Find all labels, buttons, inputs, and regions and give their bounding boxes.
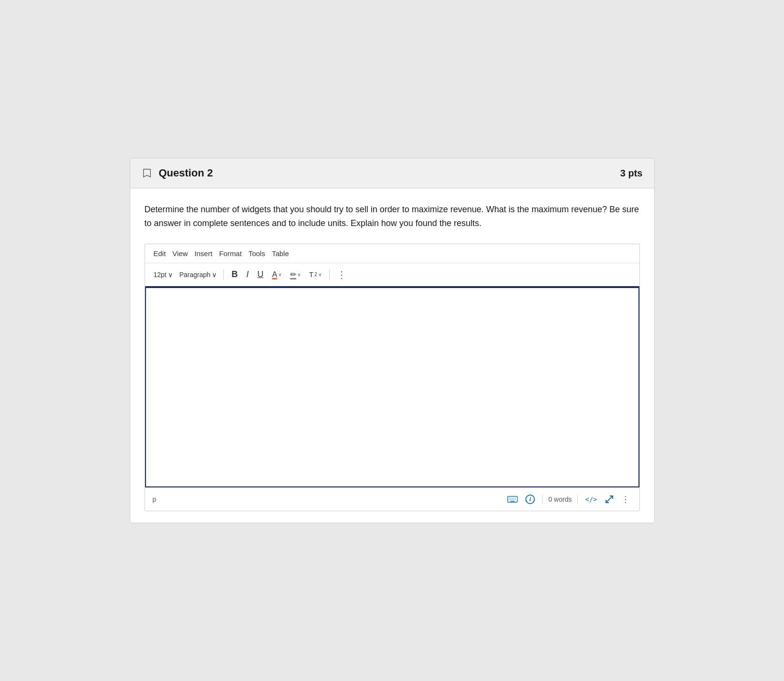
code-icon[interactable]: </> <box>584 494 598 505</box>
svg-line-12 <box>606 496 613 503</box>
more-options-icon[interactable]: ⋮ <box>620 493 632 506</box>
paragraph-chevron: ∨ <box>212 271 217 279</box>
toolbar-divider-1 <box>223 269 224 280</box>
bookmark-icon <box>142 168 152 178</box>
font-color-label: A <box>272 270 277 279</box>
font-size-select[interactable]: 12pt ∨ <box>152 269 175 280</box>
paragraph-style-select[interactable]: Paragraph ∨ <box>178 269 219 280</box>
italic-button[interactable]: I <box>243 268 251 281</box>
menu-table[interactable]: Table <box>270 248 291 259</box>
info-circle: i <box>525 495 535 504</box>
menu-tools[interactable]: Tools <box>247 248 267 259</box>
word-count: 0 words <box>548 495 572 503</box>
font-color-chevron: ∨ <box>278 272 282 277</box>
expand-icon[interactable] <box>604 494 615 505</box>
keyboard-icon[interactable] <box>506 494 519 505</box>
highlight-label: ✏ <box>290 270 296 279</box>
superscript-button[interactable]: T2 ∨ <box>306 268 324 280</box>
bold-button[interactable]: B <box>229 268 240 281</box>
editor-toolbar: 12pt ∨ Paragraph ∨ B I U A ∨ <box>145 263 639 287</box>
highlight-button[interactable]: ✏ ∨ <box>287 268 303 281</box>
menu-edit[interactable]: Edit <box>152 248 168 259</box>
editor-statusbar: p <box>145 487 639 511</box>
superscript-chevron: ∨ <box>318 272 322 277</box>
toolbar-more-button[interactable]: ⋮ <box>335 267 349 282</box>
underline-button[interactable]: U <box>254 268 266 281</box>
info-icon[interactable]: i <box>524 493 536 506</box>
status-divider-2 <box>577 495 578 504</box>
question-title: Question 2 <box>159 167 213 179</box>
element-label: p <box>153 495 157 503</box>
superscript-num: 2 <box>314 272 317 277</box>
editor-menubar: Edit View Insert Format Tools Table <box>145 244 639 263</box>
statusbar-right: i 0 words </> <box>506 493 631 506</box>
question-body: Determine the number of widgets that you… <box>130 188 654 523</box>
question-points: 3 pts <box>620 168 643 179</box>
toolbar-divider-2 <box>329 269 330 280</box>
menu-format[interactable]: Format <box>217 248 244 259</box>
question-card: Question 2 3 pts Determine the number of… <box>130 158 655 523</box>
menu-insert[interactable]: Insert <box>193 248 215 259</box>
status-divider-1 <box>542 495 543 504</box>
paragraph-value: Paragraph <box>179 271 210 279</box>
editor-content-area[interactable] <box>145 287 639 487</box>
superscript-t: T <box>309 270 314 279</box>
menu-view[interactable]: View <box>170 248 189 259</box>
font-size-value: 12pt <box>154 271 167 279</box>
question-text: Determine the number of widgets that you… <box>145 203 640 230</box>
editor-container: Edit View Insert Format Tools Table 12pt… <box>145 244 640 511</box>
font-size-chevron: ∨ <box>168 271 173 279</box>
highlight-chevron: ∨ <box>297 272 301 277</box>
question-header: Question 2 3 pts <box>130 158 654 188</box>
font-color-button[interactable]: A ∨ <box>269 268 284 281</box>
question-title-group: Question 2 <box>142 167 213 179</box>
